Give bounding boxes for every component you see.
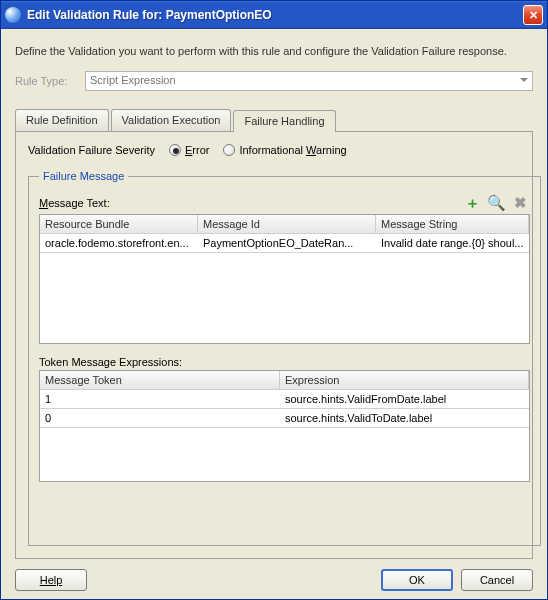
message-toolbar-icons: ＋ 🔍 ✖: [464, 194, 530, 212]
message-text-label: Message Text:: [39, 197, 110, 209]
add-icon[interactable]: ＋: [464, 194, 482, 212]
severity-error-label: Error: [185, 144, 209, 156]
failure-message-fieldset: Failure Message Message Text: ＋ 🔍 ✖ Reso…: [28, 170, 541, 546]
rule-type-label: Rule Type:: [15, 75, 85, 87]
table-header-row: Resource Bundle Message Id Message Strin…: [40, 215, 529, 234]
help-button[interactable]: Help: [15, 569, 87, 591]
cell-expression: source.hints.ValidFromDate.label: [280, 390, 529, 408]
tabs: Rule Definition Validation Execution Fai…: [15, 109, 533, 132]
cancel-button[interactable]: Cancel: [461, 569, 533, 591]
window-title: Edit Validation Rule for: PaymentOptionE…: [27, 8, 523, 22]
rule-type-combo[interactable]: Script Expression: [85, 71, 533, 91]
rule-type-value: Script Expression: [90, 74, 176, 86]
delete-icon[interactable]: ✖: [512, 194, 530, 212]
table-row[interactable]: 0 source.hints.ValidToDate.label: [40, 409, 529, 428]
cell-token: 1: [40, 390, 280, 408]
tab-failure-handling[interactable]: Failure Handling: [233, 110, 335, 132]
cell-resource-bundle: oracle.fodemo.storefront.en...: [40, 234, 198, 252]
col-message-token[interactable]: Message Token: [40, 371, 280, 389]
titlebar[interactable]: Edit Validation Rule for: PaymentOptionE…: [1, 1, 547, 29]
radio-icon: [169, 144, 181, 156]
severity-warning-radio[interactable]: Informational Warning: [223, 144, 346, 156]
table-header-row: Message Token Expression: [40, 371, 529, 390]
table-row[interactable]: oracle.fodemo.storefront.en... PaymentOp…: [40, 234, 529, 253]
message-text-header: Message Text: ＋ 🔍 ✖: [39, 194, 530, 212]
severity-row: Validation Failure Severity Error Inform…: [28, 144, 520, 156]
radio-icon: [223, 144, 235, 156]
tab-rule-definition[interactable]: Rule Definition: [15, 109, 109, 131]
failure-handling-panel: Validation Failure Severity Error Inform…: [15, 132, 533, 559]
col-message-string[interactable]: Message String: [376, 215, 529, 233]
tab-validation-execution[interactable]: Validation Execution: [111, 109, 232, 131]
message-text-table[interactable]: Resource Bundle Message Id Message Strin…: [39, 214, 530, 344]
severity-label: Validation Failure Severity: [28, 144, 155, 156]
dialog-content: Define the Validation you want to perfor…: [1, 29, 547, 600]
cell-expression: source.hints.ValidToDate.label: [280, 409, 529, 427]
token-expressions-label: Token Message Expressions:: [39, 356, 530, 368]
java-app-icon: [5, 7, 21, 23]
search-icon[interactable]: 🔍: [488, 194, 506, 212]
table-row[interactable]: 1 source.hints.ValidFromDate.label: [40, 390, 529, 409]
col-message-id[interactable]: Message Id: [198, 215, 376, 233]
severity-warning-label: Informational Warning: [239, 144, 346, 156]
dialog-button-row: Help OK Cancel: [15, 559, 533, 591]
col-resource-bundle[interactable]: Resource Bundle: [40, 215, 198, 233]
cell-message-id: PaymentOptionEO_DateRan...: [198, 234, 376, 252]
ok-button[interactable]: OK: [381, 569, 453, 591]
intro-text: Define the Validation you want to perfor…: [15, 45, 533, 57]
cell-message-string: Invalid date range.{0} shoul...: [376, 234, 529, 252]
failure-message-legend: Failure Message: [39, 170, 128, 182]
col-expression[interactable]: Expression: [280, 371, 529, 389]
cell-token: 0: [40, 409, 280, 427]
severity-error-radio[interactable]: Error: [169, 144, 209, 156]
rule-type-row: Rule Type: Script Expression: [15, 71, 533, 91]
token-expressions-table[interactable]: Message Token Expression 1 source.hints.…: [39, 370, 530, 482]
close-button[interactable]: ✕: [523, 5, 543, 25]
